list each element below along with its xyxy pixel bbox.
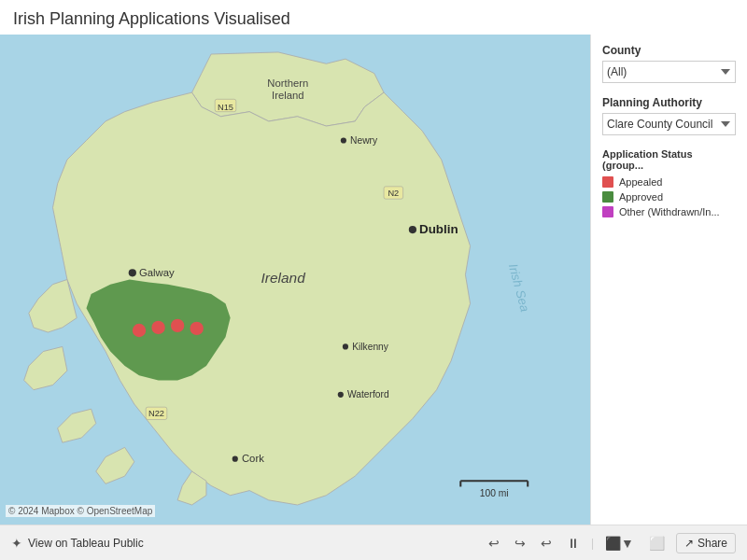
svg-text:Dublin: Dublin: [419, 222, 458, 236]
svg-point-18: [129, 269, 136, 276]
planning-authority-section: Planning Authority Clare County Council …: [602, 96, 736, 135]
county-dropdown[interactable]: (All) Clare Cork Dublin Galway: [602, 61, 736, 83]
svg-point-5: [190, 322, 203, 335]
undo-button[interactable]: ↩: [485, 534, 503, 553]
appealed-color-swatch: [602, 176, 613, 188]
content-area: Irish Sea: [0, 35, 747, 525]
fullscreen-button[interactable]: ⬜: [645, 534, 669, 553]
svg-point-23: [338, 392, 344, 398]
county-label: County: [602, 44, 736, 57]
svg-text:Galway: Galway: [139, 267, 175, 278]
planning-authority-dropdown[interactable]: Clare County Council Cork County Council…: [602, 113, 736, 135]
approved-color-swatch: [602, 191, 613, 203]
share-label: Share: [698, 537, 727, 550]
county-section: County (All) Clare Cork Dublin Galway: [602, 44, 736, 83]
legend-section: Application Status (group... Appealed Ap…: [602, 148, 736, 217]
svg-point-14: [341, 137, 346, 143]
tableau-link[interactable]: View on Tableau Public: [28, 537, 144, 550]
svg-text:Ireland: Ireland: [272, 90, 304, 101]
share-button[interactable]: ↗ Share: [676, 533, 736, 553]
map-attribution: © 2024 Mapbox © OpenStreetMap: [6, 505, 155, 517]
svg-point-21: [343, 343, 348, 349]
footer-left: ✦ View on Tableau Public: [11, 536, 144, 551]
sidebar: County (All) Clare Cork Dublin Galway Pl…: [590, 35, 747, 525]
map-container[interactable]: Irish Sea: [0, 35, 590, 525]
approved-label: Approved: [619, 191, 663, 203]
svg-point-4: [171, 319, 184, 332]
svg-point-16: [409, 226, 416, 233]
tableau-icon: ✦: [11, 536, 22, 551]
other-label: Other (Withdrawn/In...: [619, 206, 720, 217]
pause-button[interactable]: ⏸: [563, 534, 584, 553]
svg-text:Waterford: Waterford: [347, 389, 389, 399]
svg-text:Kilkenny: Kilkenny: [352, 342, 389, 352]
redo-button[interactable]: ↪: [511, 534, 529, 553]
svg-text:Newry: Newry: [350, 135, 378, 146]
svg-text:N22: N22: [148, 409, 164, 418]
legend-title: Application Status (group...: [602, 148, 736, 171]
svg-text:N2: N2: [388, 189, 399, 198]
download-button[interactable]: ⬛▼: [601, 534, 638, 553]
other-color-swatch: [602, 206, 613, 217]
main-container: Irish Planning Applications Visualised I…: [0, 0, 747, 560]
share-icon: ↗: [684, 537, 694, 550]
page-title: Irish Planning Applications Visualised: [0, 0, 747, 35]
svg-text:N15: N15: [218, 103, 233, 112]
svg-text:Cork: Cork: [242, 453, 264, 464]
svg-text:Northern: Northern: [267, 77, 308, 89]
legend-other: Other (Withdrawn/In...: [602, 206, 736, 217]
reset-button[interactable]: ↩: [537, 534, 556, 553]
footer-bar: ✦ View on Tableau Public ↩ ↪ ↩ ⏸ | ⬛▼ ⬜ …: [0, 525, 747, 560]
svg-point-3: [151, 321, 164, 334]
svg-text:100 mi: 100 mi: [480, 488, 509, 498]
legend-approved: Approved: [602, 191, 736, 203]
appealed-label: Appealed: [619, 176, 663, 188]
svg-point-2: [133, 324, 146, 337]
svg-text:Ireland: Ireland: [261, 270, 306, 286]
svg-point-25: [233, 456, 238, 462]
legend-appealed: Appealed: [602, 176, 736, 188]
footer-right: ↩ ↪ ↩ ⏸ | ⬛▼ ⬜ ↗ Share: [485, 533, 736, 553]
planning-authority-label: Planning Authority: [602, 96, 736, 109]
